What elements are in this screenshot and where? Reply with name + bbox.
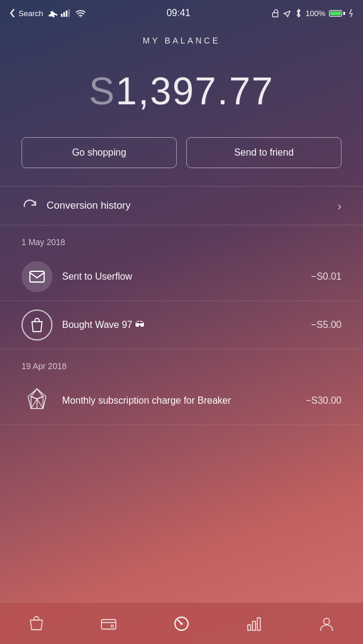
date-label-1: 1 May 2018 (0, 225, 363, 253)
transaction-item: Bought Wave 97 🕶 −S5.00 (0, 301, 363, 349)
svg-rect-5 (272, 13, 278, 17)
svg-point-19 (324, 618, 330, 624)
transactions-section: 1 May 2018 Sent to Userflow −S0.01 Bough… (0, 225, 363, 425)
airplane-icon (47, 9, 57, 17)
charging-icon (349, 9, 353, 17)
action-buttons: Go shopping Send to friend (0, 137, 363, 168)
transaction-amount: −S30.00 (306, 395, 342, 406)
svg-rect-3 (68, 10, 70, 17)
transaction-details: Monthly subscription charge for Breaker (62, 395, 296, 406)
nav-profile[interactable] (290, 603, 363, 644)
charts-nav-icon (246, 615, 263, 632)
dashboard-nav-icon (173, 615, 190, 632)
svg-rect-1 (63, 12, 65, 17)
svg-rect-17 (253, 621, 256, 630)
shop-icon-circle (21, 309, 53, 340)
profile-nav-icon (318, 615, 335, 632)
send-to-friend-button[interactable]: Send to friend (186, 137, 342, 168)
transaction-details: Bought Wave 97 🕶 (62, 320, 302, 330)
svg-rect-16 (248, 625, 251, 630)
send-icon-circle (21, 261, 53, 292)
shopping-bag-icon (29, 317, 45, 333)
lock-icon (271, 9, 279, 17)
refresh-icon (21, 197, 38, 214)
svg-marker-10 (37, 397, 43, 408)
svg-rect-6 (30, 271, 44, 282)
transaction-name: Sent to Userflow (62, 271, 132, 281)
nav-wallet[interactable] (73, 603, 146, 644)
balance-section: S1,397.77 (0, 51, 363, 137)
transaction-item: Monthly subscription charge for Breaker … (0, 377, 363, 425)
bottom-nav (0, 602, 363, 644)
crystal-icon (22, 386, 52, 416)
signal-icon (61, 9, 72, 17)
page-title: MY BALANCE (0, 24, 363, 51)
wallet-nav-icon (100, 615, 117, 632)
status-right: 100% (271, 8, 353, 18)
nav-dashboard[interactable] (145, 603, 218, 644)
bluetooth-icon (295, 8, 302, 18)
balance-display: S1,397.77 (0, 69, 363, 113)
location-icon (283, 9, 291, 17)
svg-marker-9 (31, 397, 37, 408)
battery-percent: 100% (306, 9, 325, 18)
balance-value: 1,397.77 (116, 70, 274, 113)
go-shopping-button[interactable]: Go shopping (21, 137, 177, 168)
transaction-name: Bought Wave 97 🕶 (62, 320, 144, 330)
transaction-item: Sent to Userflow −S0.01 (0, 253, 363, 301)
conversion-history-left: Conversion history (21, 197, 131, 214)
nav-charts[interactable] (218, 603, 291, 644)
wifi-icon (75, 9, 86, 17)
svg-rect-2 (66, 11, 67, 17)
back-label: Search (19, 9, 43, 18)
nav-shop[interactable] (0, 603, 73, 644)
status-bar: Search 09:41 (0, 0, 363, 24)
svg-rect-0 (61, 14, 63, 17)
svg-rect-12 (101, 620, 116, 629)
date-label-2: 19 Apr 2018 (0, 349, 363, 377)
time: 09:41 (167, 8, 190, 18)
svg-point-13 (111, 625, 113, 627)
shop-nav-icon (28, 615, 45, 632)
svg-point-15 (180, 623, 183, 625)
transaction-details: Sent to Userflow (62, 271, 302, 282)
currency-symbol: S (89, 69, 116, 113)
conversion-history-label: Conversion history (47, 200, 131, 212)
transaction-amount: −S5.00 (311, 320, 342, 330)
conversion-history-row[interactable]: Conversion history › (0, 186, 363, 225)
status-left: Search (10, 8, 86, 18)
battery-icon (329, 10, 345, 17)
svg-point-4 (80, 16, 81, 17)
chevron-right-icon: › (337, 199, 342, 213)
transaction-name: Monthly subscription charge for Breaker (62, 395, 231, 405)
envelope-icon (29, 271, 45, 283)
transaction-amount: −S0.01 (311, 271, 342, 282)
subscription-icon-circle (21, 385, 53, 416)
svg-rect-18 (257, 618, 260, 630)
